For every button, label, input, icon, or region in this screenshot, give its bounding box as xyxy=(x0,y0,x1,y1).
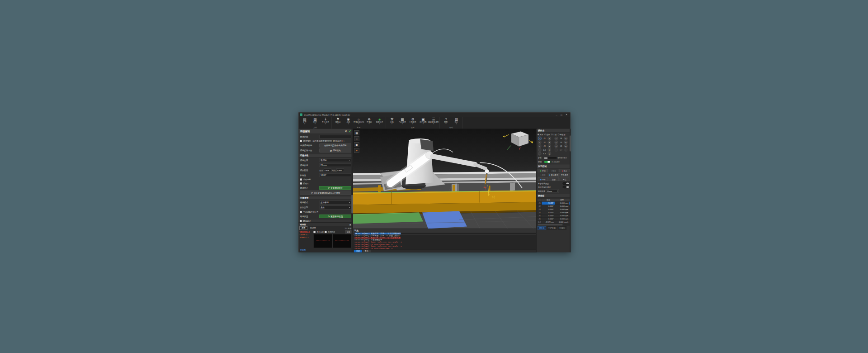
expand-icon[interactable]: ▣ xyxy=(349,224,351,226)
axis-coord-cell[interactable]: -3.929 mm xyxy=(542,220,555,224)
jog-minus-j5[interactable]: − xyxy=(555,141,558,144)
jog-plus-j5[interactable]: + xyxy=(564,141,568,144)
pick-track-button[interactable]: 在轨迹追踪线中选择焊缝 xyxy=(320,144,352,148)
seam-position-select[interactable]: 平焊缝 xyxy=(320,158,352,162)
confirm-check-icon[interactable]: ✓ xyxy=(349,129,351,133)
camera-preview-right[interactable] xyxy=(333,234,351,248)
step-slider[interactable] xyxy=(544,157,557,159)
resume-button[interactable]: ▷继续 xyxy=(538,173,548,177)
jog-plus-j4[interactable]: + xyxy=(564,137,568,140)
robot-pose-icon[interactable]: ✦ xyxy=(354,148,359,153)
spin-down-icon[interactable]: ▾ xyxy=(557,191,558,192)
jog-minus-j4[interactable]: − xyxy=(555,137,558,140)
rotation-angle-input[interactable]: 18.00° xyxy=(320,173,352,177)
update-seam-status-button[interactable]: ⟳更新焊缝状态 xyxy=(320,186,352,190)
fast-toggle[interactable] xyxy=(544,161,551,163)
title-bar[interactable]: CypWeld(Demo Mode) [7.0.110.6] nut2.lkr … xyxy=(299,113,571,117)
ribbon-item-process-params[interactable]: ▣工艺参数 xyxy=(418,117,429,126)
jog-minus-j1[interactable]: − xyxy=(538,137,542,140)
jog-settings-link[interactable]: ⚙ 点动设置 xyxy=(552,161,560,163)
minimize-button[interactable]: – xyxy=(554,113,559,116)
orbit-view-icon[interactable]: ☼ xyxy=(354,136,359,141)
close-button[interactable]: ✕ xyxy=(564,113,569,116)
show-width-checkbox[interactable] xyxy=(314,231,316,233)
axis-coord-cell[interactable]: 0.000 ° xyxy=(542,208,555,211)
tab-axis-coords[interactable]: 轴坐标 xyxy=(538,226,546,230)
tab-raw-image[interactable]: 原图 xyxy=(300,226,308,230)
axis-coord-cell[interactable]: -90.28 ° xyxy=(542,201,555,205)
tab-warnings[interactable]: 警告 xyxy=(363,250,371,253)
jog-plus-j1[interactable]: + xyxy=(548,137,552,140)
range-start-input[interactable]: 0 mm xyxy=(324,168,331,172)
sync-update-button[interactable]: ⟳同步更新焊缝轨迹与工艺参数 xyxy=(300,191,352,195)
jog-plus-j6[interactable]: + xyxy=(564,144,568,148)
jog-minus-j2[interactable]: − xyxy=(538,141,542,144)
jog-minus-j3[interactable]: − xyxy=(538,144,542,148)
tab-track-image[interactable]: 轨迹图 xyxy=(308,227,318,230)
section-view-icon[interactable]: ▣ xyxy=(354,142,359,147)
home-button[interactable]: ◉回零 xyxy=(538,177,548,181)
jog-minus-6z[interactable]: − xyxy=(538,152,542,156)
jog-plus-j2[interactable]: + xyxy=(548,141,552,144)
scrollbar-thumb[interactable] xyxy=(538,224,563,225)
ribbon-item-global-params[interactable]: ⚙全局参数 xyxy=(408,117,418,126)
jog-minus-6y[interactable]: − xyxy=(555,148,558,152)
reset-button[interactable]: 复位 xyxy=(560,177,570,181)
range-end-input[interactable]: 0 mm xyxy=(336,168,344,172)
radio-world[interactable]: 世界 xyxy=(544,134,550,136)
ribbon-item-plc-boundary[interactable]: ▦PLC边界 xyxy=(397,117,408,126)
axes-table-hscrollbar[interactable] xyxy=(538,224,571,226)
ribbon-item-seam-finder-init[interactable]: ☼寻缝器初始化 xyxy=(354,117,364,126)
tab-io-monitor[interactable]: IO监控 xyxy=(558,226,566,230)
retract-distance-stepper[interactable]: 10mm▴▾ xyxy=(546,190,559,193)
ribbon-item-file[interactable]: ▤文件 xyxy=(300,117,310,126)
manual-adjust-checkbox[interactable] xyxy=(300,179,302,181)
log-list[interactable]: 16:42:12[CA1] 更新焊缝「焊缝1」与工艺参数成功 16:42:12[… xyxy=(353,232,537,249)
seek-mode-select[interactable]: 起始寻缝 xyxy=(320,201,352,205)
axis-coord-cell[interactable]: 0.000 ° xyxy=(542,211,555,214)
hold-run-mode-toggle[interactable] xyxy=(563,186,570,189)
seek-manual-checkbox[interactable] xyxy=(300,211,302,213)
ribbon-item-import-part[interactable]: ↧导入工件 xyxy=(321,117,331,126)
slider-thumb[interactable] xyxy=(544,157,547,159)
ribbon-item-tools[interactable]: ⚒工具 xyxy=(387,117,397,126)
right-panel-scrollbar[interactable] xyxy=(570,129,571,253)
left-panel-scrollbar[interactable] xyxy=(352,129,353,253)
3d-viewport[interactable]: ▦ ☼ ▣ ✦ xyxy=(353,129,537,229)
jog-minus-6x[interactable]: − xyxy=(538,148,542,152)
close-icon[interactable]: ✕ xyxy=(345,129,347,133)
radio-base[interactable]: 基坐标 xyxy=(558,134,566,136)
ribbon-item-statistics[interactable]: ▥统计 xyxy=(451,117,462,126)
axis-coord-cell[interactable]: 0.000 ° xyxy=(542,217,555,220)
jog-minus-j6[interactable]: − xyxy=(555,144,558,148)
seam-image-bottom-tab[interactable]: 寻缝图 xyxy=(300,249,306,252)
save-image-button[interactable]: 保存 xyxy=(345,231,352,234)
ribbon-item-vision-status[interactable]: ●视觉状态 xyxy=(374,117,385,126)
ribbon-item-seam-finder[interactable]: ☸寻缝器 xyxy=(364,117,374,126)
stop-button[interactable]: ■停止 xyxy=(560,169,570,172)
breakpoint-reset-button[interactable]: ▶断点复位 xyxy=(549,173,559,177)
jog-plus-j3[interactable]: + xyxy=(548,144,552,148)
single-step-toggle[interactable] xyxy=(563,182,570,185)
tab-log[interactable]: 日志 xyxy=(354,250,362,253)
ribbon-item-help[interactable]: ?帮助 xyxy=(441,117,451,126)
ribbon-item-camera[interactable]: ◉相机 xyxy=(343,117,354,126)
scrollbar-thumb[interactable] xyxy=(352,195,353,214)
jog-plus-6y[interactable]: + xyxy=(564,148,568,152)
detect-region-checkbox[interactable] xyxy=(325,231,327,233)
axis-coord-cell[interactable]: 0.000 ° xyxy=(542,205,555,208)
joint-type-select[interactable]: 角接 xyxy=(320,206,352,210)
start-button[interactable]: ▶开始 xyxy=(538,169,548,172)
jog-plus-6x[interactable]: + xyxy=(548,148,552,152)
weave-checkbox[interactable] xyxy=(300,182,302,185)
jog-plus-6z[interactable]: + xyxy=(548,152,552,156)
fit-view-icon[interactable]: ▦ xyxy=(354,130,359,135)
3d-scene[interactable] xyxy=(353,129,537,229)
camera-preview-left[interactable] xyxy=(314,234,332,248)
ribbon-item-open[interactable]: ▨打开 xyxy=(310,117,321,126)
radio-joint[interactable]: 关节 xyxy=(538,134,543,136)
maximize-button[interactable]: □ xyxy=(559,113,564,116)
reverse-seam-button[interactable]: ⇄焊缝反向 xyxy=(320,149,352,153)
weld-group-checkbox[interactable] xyxy=(300,140,302,143)
tab-tcp-coords[interactable]: TCP坐标 xyxy=(547,226,557,230)
